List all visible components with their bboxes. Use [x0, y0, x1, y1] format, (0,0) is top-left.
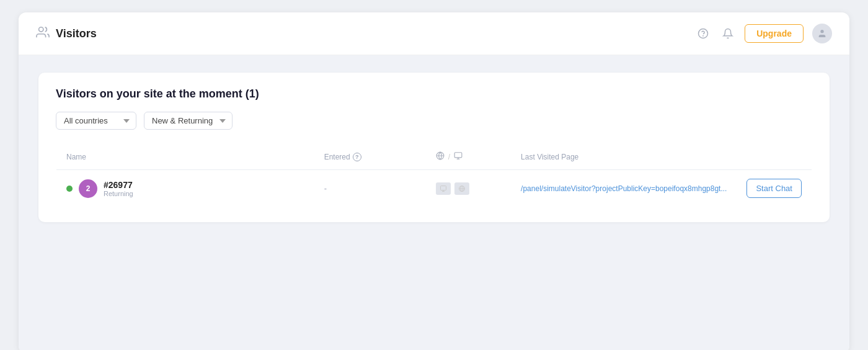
- app-container: Visitors Upgrade: [19, 12, 849, 350]
- svg-rect-6: [454, 153, 462, 158]
- visitors-panel: Visitors on your site at the moment (1) …: [38, 73, 830, 222]
- header-left: Visitors: [36, 25, 97, 42]
- last-page-link[interactable]: /panel/simulateVisitor?projectPublicKey=…: [521, 184, 727, 193]
- page-title: Visitors: [56, 27, 97, 40]
- col-header-entered: Entered ?: [314, 144, 426, 170]
- device-divider: /: [448, 153, 450, 161]
- visitors-icon: [36, 25, 50, 42]
- visitor-type-filter[interactable]: New & Returning New Returning: [144, 112, 232, 130]
- avatar[interactable]: [812, 24, 832, 43]
- status-online-dot: [66, 186, 73, 192]
- col-header-name: Name: [56, 144, 314, 170]
- entered-help-icon[interactable]: ?: [353, 153, 361, 161]
- device-icon-globe: [436, 182, 451, 195]
- svg-rect-9: [440, 186, 446, 190]
- country-filter[interactable]: All countries: [56, 112, 136, 130]
- table-row: 2 #26977 Returning -: [56, 170, 812, 207]
- monitor-col-icon: [454, 151, 463, 162]
- header: Visitors Upgrade: [19, 12, 849, 55]
- device-icon-monitor: [454, 182, 469, 195]
- filters-row: All countries New & Returning New Return…: [56, 112, 812, 130]
- svg-point-0: [39, 27, 43, 32]
- panel-title: Visitors on your site at the moment (1): [56, 88, 812, 101]
- visitor-name-cell: 2 #26977 Returning: [56, 170, 314, 207]
- visitor-action-cell: Start Chat: [737, 170, 812, 207]
- table-header-row: Name Entered ?: [56, 144, 812, 170]
- upgrade-button[interactable]: Upgrade: [745, 24, 804, 43]
- svg-point-3: [820, 30, 823, 33]
- visitor-type: Returning: [104, 190, 133, 197]
- visitor-info: #26977 Returning: [104, 180, 133, 197]
- start-chat-button[interactable]: Start Chat: [746, 179, 802, 198]
- visitor-name: #26977: [104, 180, 133, 190]
- visitor-entered: -: [314, 170, 426, 207]
- visitor-last-page: /panel/simulateVisitor?projectPublicKey=…: [511, 170, 737, 207]
- col-header-action: [737, 144, 812, 170]
- visitor-badge: 2: [79, 179, 97, 198]
- visitors-table: Name Entered ?: [56, 143, 812, 207]
- notifications-button[interactable]: [720, 25, 736, 42]
- globe-col-icon: [436, 151, 445, 162]
- help-button[interactable]: [695, 25, 711, 42]
- header-right: Upgrade: [695, 24, 832, 43]
- col-header-last-page: Last Visited Page: [511, 144, 737, 170]
- visitor-device: [426, 170, 511, 207]
- col-header-device: /: [426, 144, 511, 170]
- content-area: Visitors on your site at the moment (1) …: [19, 55, 849, 350]
